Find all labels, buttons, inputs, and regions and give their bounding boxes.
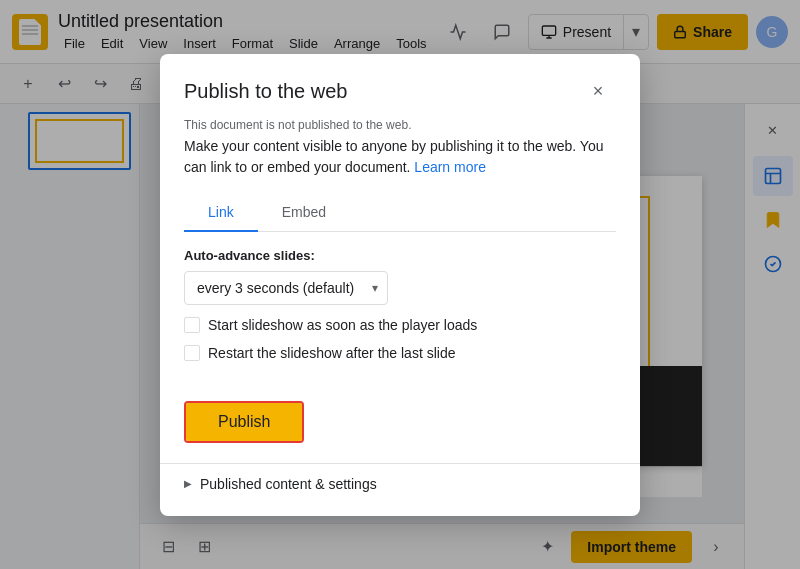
publish-button[interactable]: Publish bbox=[186, 403, 302, 441]
checkbox-autostart-label: Start slideshow as soon as the player lo… bbox=[208, 317, 477, 333]
modal-tabs: Link Embed bbox=[184, 194, 616, 232]
auto-advance-select-wrapper: every 3 seconds (default) every 5 second… bbox=[184, 271, 388, 305]
modal-body: This document is not published to the we… bbox=[160, 118, 640, 443]
auto-advance-select[interactable]: every 3 seconds (default) every 5 second… bbox=[184, 271, 388, 305]
publish-status-text: This document is not published to the we… bbox=[184, 118, 616, 132]
modal-header: Publish to the web × bbox=[160, 54, 640, 110]
checkbox-restart[interactable] bbox=[184, 345, 200, 361]
auto-advance-label: Auto-advance slides: bbox=[184, 248, 616, 263]
tab-content-link: Auto-advance slides: every 3 seconds (de… bbox=[184, 232, 616, 443]
published-toggle[interactable]: ▶ Published content & settings bbox=[184, 476, 616, 492]
description-main: Make your content visible to anyone by p… bbox=[184, 138, 604, 175]
modal-overlay[interactable]: Publish to the web × This document is no… bbox=[0, 0, 800, 569]
learn-more-link[interactable]: Learn more bbox=[414, 159, 486, 175]
publish-description: Make your content visible to anyone by p… bbox=[184, 136, 616, 178]
published-section-label: Published content & settings bbox=[200, 476, 377, 492]
toggle-triangle-icon: ▶ bbox=[184, 478, 192, 489]
publish-button-container: Publish bbox=[184, 381, 616, 443]
checkbox-restart-label: Restart the slideshow after the last sli… bbox=[208, 345, 455, 361]
published-section: ▶ Published content & settings bbox=[160, 464, 640, 492]
modal-title: Publish to the web bbox=[184, 80, 347, 103]
publish-modal: Publish to the web × This document is no… bbox=[160, 54, 640, 516]
checkbox-row-1: Start slideshow as soon as the player lo… bbox=[184, 317, 616, 333]
publish-button-wrapper: Publish bbox=[184, 401, 304, 443]
tab-embed[interactable]: Embed bbox=[258, 194, 350, 232]
checkbox-row-2: Restart the slideshow after the last sli… bbox=[184, 345, 616, 361]
modal-close-button[interactable]: × bbox=[580, 74, 616, 110]
tab-link[interactable]: Link bbox=[184, 194, 258, 232]
checkbox-autostart[interactable] bbox=[184, 317, 200, 333]
